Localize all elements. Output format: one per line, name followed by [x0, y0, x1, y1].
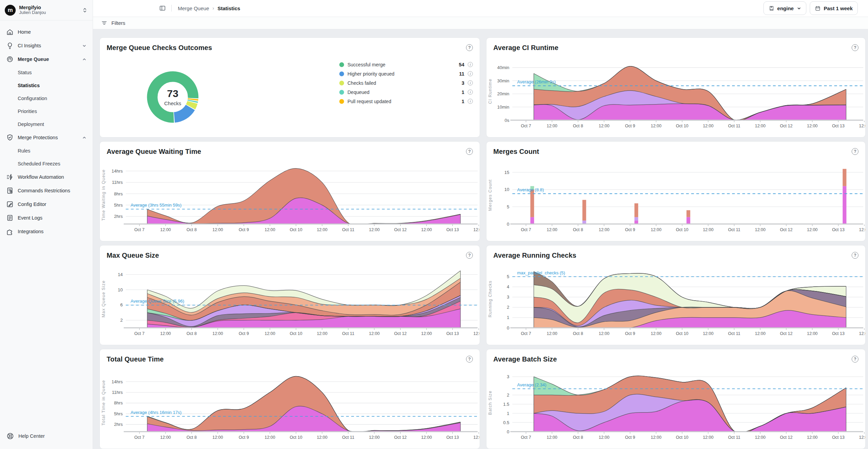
card-title: Merges Count [493, 148, 539, 156]
svg-text:Oct 8: Oct 8 [187, 331, 197, 336]
filter-bar[interactable]: Filters [93, 17, 868, 29]
topbar: Merge Queue › Statistics engine Past 1 w… [93, 0, 868, 17]
svg-text:Oct 9: Oct 9 [625, 227, 635, 232]
svg-text:Oct 12: Oct 12 [394, 435, 407, 440]
svg-text:0: 0 [507, 222, 509, 227]
time-period-button[interactable]: Past 1 week [810, 1, 858, 15]
card-total-queue-time: Total Queue Time ? Oct 712:00Oct 812:00O… [99, 349, 480, 449]
svg-text:Oct 13: Oct 13 [832, 331, 844, 336]
sidebar-item-merge-protections[interactable]: Merge Protections [3, 131, 89, 144]
card-merge-queue-checks-outcomes: Merge Queue Checks Outcomes ? 73 Checks … [99, 37, 480, 138]
svg-text:Oct 8: Oct 8 [573, 124, 583, 128]
breadcrumb-merge-queue[interactable]: Merge Queue [178, 5, 209, 11]
sidebar-item-statistics[interactable]: Statistics [3, 79, 89, 92]
help-icon[interactable]: ? [852, 44, 858, 51]
help-icon[interactable]: ? [466, 44, 473, 51]
legend-item: Checks failed 3 i [339, 78, 473, 87]
svg-text:Average (2.34): Average (2.34) [517, 382, 546, 387]
help-icon[interactable]: ? [466, 252, 473, 259]
legend-dot [339, 99, 344, 104]
repo-selector-button[interactable]: engine [763, 1, 806, 15]
sidebar-item-merge-queue[interactable]: Merge Queue [3, 52, 89, 66]
svg-text:Average (26min 9s): Average (26min 9s) [517, 79, 556, 84]
document-lines-icon [6, 214, 14, 222]
sidebar-toggle-icon[interactable] [159, 5, 166, 12]
info-icon[interactable]: i [468, 90, 473, 95]
svg-text:Oct 11: Oct 11 [342, 435, 354, 440]
svg-text:12:00: 12:00 [160, 227, 171, 232]
svg-text:12:00: 12:00 [651, 124, 661, 128]
info-icon[interactable]: i [468, 99, 473, 104]
svg-text:Oct 7: Oct 7 [521, 227, 531, 232]
help-icon[interactable]: ? [852, 148, 858, 155]
svg-text:Oct 8: Oct 8 [573, 435, 583, 440]
main-area: Merge Queue › Statistics engine Past 1 w… [93, 0, 868, 449]
svg-text:Oct 12: Oct 12 [780, 227, 793, 232]
help-center-link[interactable]: Help Center [0, 427, 93, 449]
sidebar-item-configuration[interactable]: Configuration [3, 92, 89, 105]
svg-text:Oct 11: Oct 11 [342, 227, 354, 232]
sidebar-item-ci-insights[interactable]: CI Insights [3, 39, 89, 52]
svg-text:Oct 8: Oct 8 [573, 227, 583, 232]
svg-text:12:00: 12:00 [421, 435, 432, 440]
svg-text:10min: 10min [497, 105, 509, 110]
org-switcher[interactable]: m Mergifyio Julien Danjou [0, 0, 93, 20]
sidebar-item-event-logs[interactable]: Event Logs [3, 211, 89, 225]
svg-text:Time Waiting in Queue: Time Waiting in Queue [101, 169, 106, 221]
sidebar-item-rules[interactable]: Rules [3, 144, 89, 157]
svg-text:Merges Count: Merges Count [488, 179, 493, 211]
svg-text:10: 10 [118, 287, 123, 292]
workflow-bolt-icon [6, 173, 14, 181]
svg-text:3: 3 [507, 294, 509, 300]
svg-text:12:00: 12:00 [212, 227, 223, 232]
legend-dot [339, 62, 344, 67]
svg-text:Oct 7: Oct 7 [521, 124, 531, 128]
help-icon[interactable]: ? [852, 356, 858, 363]
svg-text:1.5: 1.5 [503, 402, 509, 407]
legend-item: Successful merge 54 i [339, 60, 473, 69]
calendar-icon [815, 5, 821, 11]
svg-text:Average (4hrs 16min 17s): Average (4hrs 16min 17s) [130, 410, 182, 415]
svg-text:12:00: 12:00 [265, 435, 275, 440]
svg-text:Oct 9: Oct 9 [239, 435, 249, 440]
sidebar-item-integrations[interactable]: Integrations [3, 225, 89, 238]
svg-text:4: 4 [507, 284, 509, 289]
svg-text:2: 2 [120, 318, 123, 323]
legend-dot [339, 81, 344, 85]
svg-text:Oct 11: Oct 11 [728, 227, 740, 232]
sidebar-item-scheduled-freezes[interactable]: Scheduled Freezes [3, 157, 89, 170]
help-center-label: Help Center [18, 433, 45, 439]
sidebar-item-home[interactable]: Home [3, 25, 89, 39]
svg-text:12:00: 12:00 [160, 331, 171, 336]
svg-text:12:00: 12:00 [317, 331, 327, 336]
svg-text:12:00: 12:00 [421, 331, 432, 336]
sidebar-item-workflow-automation[interactable]: Workflow Automation [3, 170, 89, 184]
svg-text:Oct 7: Oct 7 [134, 331, 144, 336]
sidebar-item-deployment[interactable]: Deployment [3, 118, 89, 131]
svg-text:Oct 12: Oct 12 [780, 124, 793, 128]
svg-text:12:00: 12:00 [703, 124, 713, 128]
svg-text:12:00: 12:00 [755, 227, 765, 232]
svg-text:12:00: 12:00 [859, 435, 865, 440]
svg-text:Oct 12: Oct 12 [394, 227, 407, 232]
org-name: Mergifyio [19, 5, 78, 11]
svg-text:Oct 13: Oct 13 [832, 435, 844, 440]
info-icon[interactable]: i [468, 80, 473, 85]
help-icon[interactable]: ? [852, 252, 858, 259]
help-icon[interactable]: ? [466, 356, 473, 363]
info-icon[interactable]: i [468, 62, 473, 67]
sidebar-item-priorities[interactable]: Priorities [3, 105, 89, 118]
svg-text:30min: 30min [497, 78, 509, 83]
sidebar-item-status[interactable]: Status [3, 66, 89, 79]
updown-chevron-icon[interactable] [82, 7, 88, 13]
svg-text:Oct 10: Oct 10 [290, 331, 303, 336]
sidebar-item-commands-restrictions[interactable]: Commands Restrictions [3, 184, 89, 197]
svg-text:12:00: 12:00 [265, 227, 275, 232]
sidebar-item-config-editor[interactable]: Config Editor [3, 197, 89, 211]
svg-text:12:00: 12:00 [807, 124, 818, 128]
svg-text:12:00: 12:00 [599, 435, 609, 440]
info-icon[interactable]: i [468, 71, 473, 76]
help-icon[interactable]: ? [466, 148, 473, 155]
merge-queue-icon [6, 55, 14, 63]
svg-text:12:00: 12:00 [421, 227, 432, 232]
